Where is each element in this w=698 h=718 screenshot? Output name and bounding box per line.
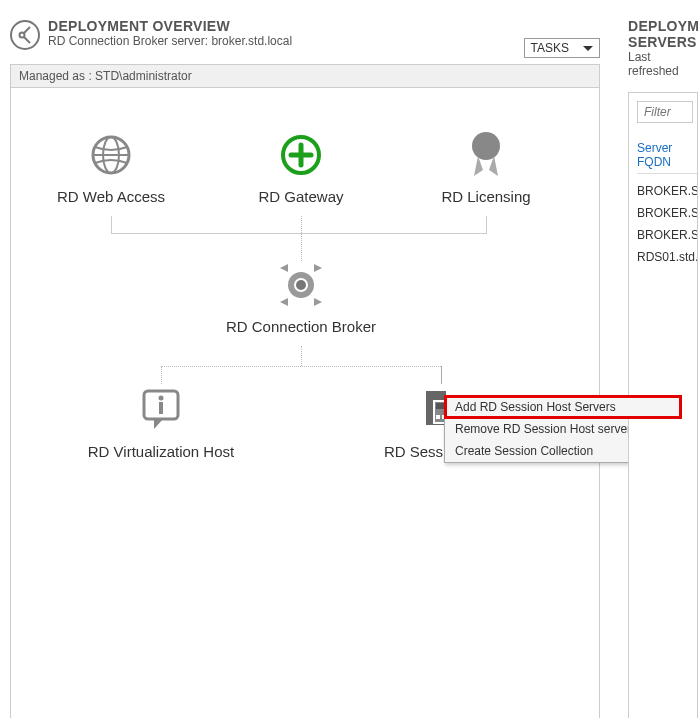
svg-rect-26 xyxy=(436,415,440,419)
svg-marker-15 xyxy=(314,298,322,306)
tasks-label: TASKS xyxy=(531,41,569,55)
server-filter-input[interactable] xyxy=(637,101,693,123)
svg-point-18 xyxy=(296,280,306,290)
servers-title: DEPLOYMENT SERVERS xyxy=(628,18,698,50)
node-label: RD Web Access xyxy=(21,188,201,205)
server-row[interactable]: BROKER.STD xyxy=(637,202,697,224)
managed-as-bar: Managed as : STD\administrator xyxy=(10,64,600,87)
tasks-dropdown[interactable]: TASKS xyxy=(524,38,600,58)
server-column-header[interactable]: Server FQDN xyxy=(637,141,697,174)
overview-title: DEPLOYMENT OVERVIEW xyxy=(48,18,516,34)
svg-line-1 xyxy=(24,27,30,33)
overview-header: DEPLOYMENT OVERVIEW RD Connection Broker… xyxy=(10,18,600,58)
svg-point-9 xyxy=(472,132,500,160)
server-row[interactable]: BROKER.STD xyxy=(637,224,697,246)
info-bubble-icon xyxy=(71,383,251,437)
server-list: BROKER.STD BROKER.STD BROKER.STD RDS01.s… xyxy=(637,180,697,268)
svg-marker-13 xyxy=(314,264,322,272)
svg-rect-22 xyxy=(159,402,163,414)
overview-subtitle: RD Connection Broker server: broker.std.… xyxy=(48,34,516,48)
add-circle-icon xyxy=(211,128,391,182)
chevron-down-icon xyxy=(583,46,593,51)
svg-line-2 xyxy=(24,37,30,43)
overview-icon xyxy=(10,20,40,50)
deployment-overview-panel: DEPLOYMENT OVERVIEW RD Connection Broker… xyxy=(10,18,600,718)
node-label: RD Gateway xyxy=(211,188,391,205)
deployment-servers-panel: DEPLOYMENT SERVERS Last refreshed Server… xyxy=(628,18,698,718)
node-rd-virtualization-host[interactable]: RD Virtualization Host xyxy=(71,383,251,460)
node-label: RD Licensing xyxy=(396,188,576,205)
svg-marker-20 xyxy=(154,418,164,429)
svg-marker-14 xyxy=(280,298,288,306)
node-rd-licensing[interactable]: RD Licensing xyxy=(396,128,576,205)
svg-point-21 xyxy=(159,396,164,401)
server-row[interactable]: BROKER.STD xyxy=(637,180,697,202)
globe-icon xyxy=(21,128,201,182)
svg-marker-12 xyxy=(280,264,288,272)
servers-subtitle: Last refreshed xyxy=(628,50,698,78)
server-row[interactable]: RDS01.std.local xyxy=(637,246,697,268)
node-rd-connection-broker[interactable]: RD Connection Broker xyxy=(211,258,391,335)
node-rd-gateway[interactable]: RD Gateway xyxy=(211,128,391,205)
svg-point-0 xyxy=(20,33,25,38)
node-label: RD Connection Broker xyxy=(211,318,391,335)
node-label: RD Virtualization Host xyxy=(71,443,251,460)
broker-icon xyxy=(211,258,391,312)
node-rd-web-access[interactable]: RD Web Access xyxy=(21,128,201,205)
ribbon-icon xyxy=(396,128,576,182)
menu-add-session-host[interactable]: Add RD Session Host Servers xyxy=(444,395,682,419)
